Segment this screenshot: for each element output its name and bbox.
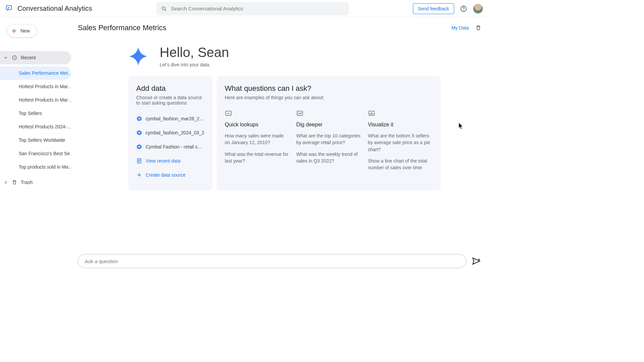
data-source-item[interactable]: Cymbal Fashion - retail sales …	[136, 140, 205, 154]
delete-icon[interactable]	[475, 24, 482, 31]
send-icon[interactable]	[471, 256, 482, 266]
svg-point-4	[463, 10, 464, 10]
question-column-visualize: Visualize it What are the bottom 5 selle…	[368, 110, 433, 176]
new-button[interactable]: New	[7, 24, 37, 38]
caret-down-icon	[4, 56, 8, 59]
plus-icon	[11, 28, 17, 34]
ask-input[interactable]	[85, 258, 459, 264]
data-source-label: Cymbal Fashion - retail sales …	[146, 144, 205, 149]
search-icon	[161, 6, 167, 12]
data-source-label: cymbal_fashion_2024_03_28	[146, 130, 205, 135]
send-feedback-button[interactable]: Send feedback	[413, 3, 454, 14]
recent-item[interactable]: Hottest Products 2024-…	[0, 120, 71, 133]
recent-item[interactable]: Top Sellers Worldwide	[0, 133, 71, 147]
recent-list: Sales Performance Met… Hottest Products …	[0, 66, 71, 174]
question-column-heading: Dig deeper	[296, 122, 361, 128]
help-icon[interactable]	[459, 4, 468, 13]
svg-rect-27	[371, 112, 372, 114]
question-column-heading: Quick lookups	[225, 122, 289, 128]
recent-item[interactable]: Top products sold in Ma…	[0, 160, 71, 174]
svg-point-11	[139, 118, 140, 120]
svg-rect-28	[372, 114, 373, 115]
my-data-link[interactable]: My Data	[451, 25, 469, 31]
data-source-item[interactable]: cymbal_fashion_mar28_2024…	[136, 112, 205, 126]
ask-bar	[78, 254, 482, 268]
example-question[interactable]: What are the bottom 5 sellers by average…	[368, 132, 433, 153]
plus-icon	[136, 172, 142, 178]
add-data-subtitle: Choose or create a data source to start …	[136, 95, 205, 106]
svg-line-2	[165, 9, 166, 11]
clock-icon	[11, 55, 17, 61]
app-logo-icon	[5, 4, 13, 13]
sidebar-section-trash-label: Trash	[21, 180, 33, 185]
hero-subtitle: Let's dive into your data.	[160, 62, 229, 67]
trend-icon	[296, 110, 361, 117]
recent-item[interactable]: Sales Performance Met…	[0, 66, 71, 80]
document-icon	[136, 158, 142, 164]
ask-input-wrapper[interactable]	[78, 254, 466, 268]
sidebar-section-trash[interactable]: Trash	[0, 176, 71, 189]
question-column-quick: 2K Quick lookups How many sales were mad…	[225, 110, 289, 176]
sparkle-icon	[128, 46, 148, 66]
hero-greeting: Hello, Sean	[160, 45, 229, 60]
questions-card: What questions can I ask? Here are examp…	[217, 76, 441, 191]
create-data-source-label: Create data source	[146, 172, 185, 178]
chart-icon	[368, 110, 433, 117]
create-data-source-link[interactable]: Create data source	[136, 168, 205, 182]
view-recent-data-label: View recent data	[146, 158, 180, 164]
page-header: Sales Performance Metrics My Data	[78, 23, 482, 32]
recent-item[interactable]: Hottest Products in Mar…	[0, 80, 71, 93]
bigquery-icon	[136, 116, 142, 122]
sidebar: New Recent Sales Performance Met… Hottes…	[0, 17, 71, 274]
example-question[interactable]: What was the total revenue for last year…	[225, 151, 289, 165]
svg-text:2K: 2K	[227, 112, 230, 115]
question-column-heading: Visualize it	[368, 122, 433, 128]
questions-title: What questions can I ask?	[225, 84, 433, 93]
example-question[interactable]: What was the weekly trend of sales in Q3…	[296, 151, 361, 165]
sidebar-section-recent[interactable]: Recent	[0, 51, 71, 64]
recent-item[interactable]: Hottest Products in Mar…	[0, 93, 71, 107]
main-content: Sales Performance Metrics My Data Hello,…	[71, 17, 488, 274]
question-column-deeper: Dig deeper What are the top 10 categorie…	[296, 110, 361, 176]
svg-point-13	[139, 132, 140, 134]
questions-subtitle: Here are examples of things you can ask …	[225, 95, 433, 100]
search-box[interactable]	[156, 2, 349, 15]
trash-icon	[11, 179, 17, 185]
bigquery-icon	[136, 130, 142, 136]
add-data-title: Add data	[136, 84, 205, 93]
search-input[interactable]	[171, 6, 344, 11]
app-title: Conversational Analytics	[17, 5, 92, 12]
view-recent-data-link[interactable]: View recent data	[136, 154, 205, 168]
lookup-icon: 2K	[225, 110, 289, 117]
svg-point-1	[162, 7, 165, 10]
page-title: Sales Performance Metrics	[78, 23, 166, 32]
caret-right-icon	[4, 181, 8, 184]
recent-item[interactable]: Top Sellers	[0, 107, 71, 120]
sidebar-section-recent-label: Recent	[21, 55, 36, 60]
data-source-item[interactable]: cymbal_fashion_2024_03_28	[136, 126, 205, 140]
svg-point-15	[139, 146, 140, 148]
app-header: Conversational Analytics Send feedback	[0, 0, 488, 17]
data-source-label: cymbal_fashion_mar28_2024…	[146, 116, 205, 121]
hero: Hello, Sean Let's dive into your data.	[128, 45, 482, 67]
example-question[interactable]: Show a line chart of the total number of…	[368, 158, 433, 171]
add-data-card: Add data Choose or create a data source …	[128, 76, 213, 191]
new-button-label: New	[20, 28, 30, 34]
recent-item[interactable]: San Francisco's Best Se…	[0, 147, 71, 160]
svg-rect-26	[370, 113, 371, 115]
bigquery-icon	[136, 144, 142, 150]
cursor-icon	[458, 122, 464, 130]
example-question[interactable]: What are the top 10 categories by averag…	[296, 132, 361, 146]
user-avatar[interactable]	[473, 4, 483, 14]
example-question[interactable]: How many sales were made on January 12, …	[225, 132, 289, 146]
